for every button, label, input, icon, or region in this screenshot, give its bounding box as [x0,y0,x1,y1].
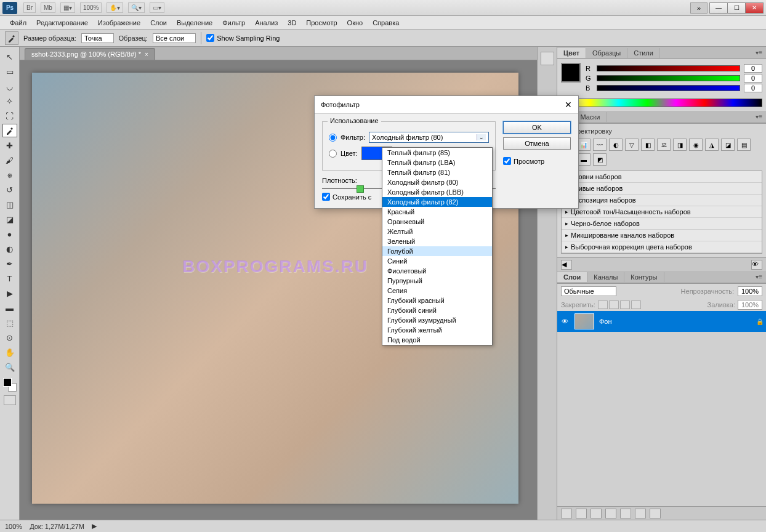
adj-levels-icon[interactable]: 📊 [577,139,591,151]
sample-size-select[interactable]: Точка [81,33,114,43]
menu-view[interactable]: Просмотр [301,19,342,26]
dropdown-item[interactable]: Глубокий синий [382,305,492,315]
preset-item[interactable]: Микширование каналов наборов [562,230,762,241]
bridge-button[interactable]: Br [23,2,36,13]
lock-pixels-icon[interactable] [609,300,619,309]
adj-chmixer-icon[interactable]: ◮ [705,139,719,151]
dropdown-item[interactable]: Оранжевый [382,217,492,227]
menu-analysis[interactable]: Анализ [250,19,283,26]
crop-tool[interactable]: ⛶ [2,109,17,123]
adj-exposure-icon[interactable]: ◐ [609,139,623,151]
adj-colorbal-icon[interactable]: ⚖ [657,139,671,151]
eyedropper-tool[interactable] [2,124,17,137]
preset-item[interactable]: Экспозиция наборов [562,195,762,206]
r-slider[interactable] [597,65,740,71]
adj-footer-icon[interactable]: ◀ [561,260,572,270]
adjustment-layer-icon[interactable] [605,509,616,518]
document-tab[interactable]: sshot-2333.png @ 100% (RGB/8#) * × [25,48,155,60]
fg-color-swatch[interactable] [3,378,12,387]
status-arrow-icon[interactable]: ▶ [92,522,97,530]
menu-help[interactable]: Справка [368,19,404,26]
g-value[interactable]: 0 [744,74,762,83]
dropdown-item[interactable]: Теплый фильтр (81) [382,167,492,177]
zoom-tool-button[interactable]: 🔍▾ [128,2,145,13]
color-panel-swatch[interactable] [561,63,581,83]
gradient-tool[interactable]: ◪ [2,212,17,226]
dropdown-item[interactable]: Глубокий изумрудный [382,315,492,325]
maximize-button[interactable]: ☐ [727,2,746,14]
stamp-tool[interactable]: ⎈ [2,168,17,182]
dropdown-item[interactable]: Глубокий желтый [382,325,492,335]
3d-tool[interactable]: ⬚ [2,316,17,329]
tab-layers[interactable]: Слои [557,272,587,282]
preset-item[interactable]: Кривые наборов [562,183,762,195]
dodge-tool[interactable]: ◐ [2,242,17,256]
dropdown-item[interactable]: Пурпурный [382,276,492,286]
tab-masks[interactable]: Маски [574,112,607,122]
tab-styles[interactable]: Стили [627,48,660,58]
menu-image[interactable]: Изображение [93,19,145,26]
layer-thumbnail[interactable] [574,313,594,329]
heal-tool[interactable]: ✚ [2,139,17,152]
lock-transparency-icon[interactable] [598,300,608,309]
menu-3d[interactable]: 3D [283,19,301,26]
dropdown-item[interactable]: Холодный фильтр (LBB) [382,187,492,197]
color-panel-menu-icon[interactable]: ▾≡ [752,49,766,56]
dropdown-item[interactable]: Глубокий красный [382,296,492,305]
type-tool[interactable]: T [2,272,17,285]
tab-swatches[interactable]: Образцы [586,48,627,58]
filter-radio[interactable] [329,134,337,142]
history-brush-tool[interactable]: ↺ [2,183,17,196]
status-zoom[interactable]: 100% [5,523,22,530]
preview-checkbox[interactable]: Просмотр [503,157,571,165]
blur-tool[interactable]: ● [2,227,17,241]
hand-tool[interactable]: ✋ [2,345,17,359]
blend-mode-select[interactable]: Обычные [561,286,616,296]
arrange-docs-button[interactable]: ▦▾ [60,2,75,13]
dropdown-item[interactable]: Холодный фильтр (80) [382,177,492,187]
3d-camera-tool[interactable]: ⊙ [2,331,17,344]
mb-button[interactable]: Mb [41,2,55,13]
tab-channels[interactable]: Каналы [587,272,624,282]
color-ramp[interactable] [561,99,762,107]
fill-value[interactable]: 100% [738,300,762,310]
preset-item[interactable]: Выборочная коррекция цвета наборов [562,241,762,253]
dropdown-item[interactable]: Красный [382,207,492,217]
b-value[interactable]: 0 [744,84,762,92]
tab-paths[interactable]: Контуры [624,272,664,282]
document-tab-close-icon[interactable]: × [145,51,148,58]
lock-position-icon[interactable] [620,300,630,309]
quick-mask-button[interactable] [4,395,16,405]
adj-photofilter-icon[interactable]: ◉ [689,139,703,151]
dropdown-item[interactable]: Голубой [382,246,492,256]
menu-filter[interactable]: Фильтр [217,19,250,26]
menu-edit[interactable]: Редактирование [31,19,93,26]
dropdown-item[interactable]: Теплый фильтр (LBA) [382,158,492,167]
color-swatches[interactable] [3,378,17,392]
lock-all-icon[interactable] [631,300,641,309]
screen-mode-button[interactable]: ▭▾ [150,2,164,13]
path-select-tool[interactable]: ▶ [2,286,17,300]
dock-icon-1[interactable] [541,52,554,65]
g-slider[interactable] [597,75,740,81]
pen-tool[interactable]: ✒ [2,257,17,270]
dropdown-item[interactable]: Сепия [382,286,492,296]
move-tool[interactable]: ↖ [2,50,17,63]
layer-visibility-icon[interactable]: 👁 [560,318,570,325]
dropdown-item[interactable]: Синий [382,256,492,266]
opacity-value[interactable]: 100% [738,286,762,296]
adj-invert-icon[interactable]: ◪ [721,139,735,151]
adj-panel-menu-icon[interactable]: ▾≡ [752,113,766,120]
menu-window[interactable]: Окно [342,19,368,26]
ok-button[interactable]: OK [503,121,571,134]
wand-tool[interactable]: ✧ [2,94,17,108]
adj-gradmap-icon[interactable]: ▬ [577,153,591,166]
color-radio[interactable] [329,150,337,158]
zoom-display[interactable]: 100% [80,2,102,13]
marquee-tool[interactable]: ▭ [2,65,17,78]
menu-layer[interactable]: Слои [145,19,172,26]
zoom-tool[interactable]: 🔍 [2,360,17,374]
adj-curves-icon[interactable]: 〰 [593,139,607,151]
r-value[interactable]: 0 [744,64,762,73]
b-slider[interactable] [597,85,740,91]
